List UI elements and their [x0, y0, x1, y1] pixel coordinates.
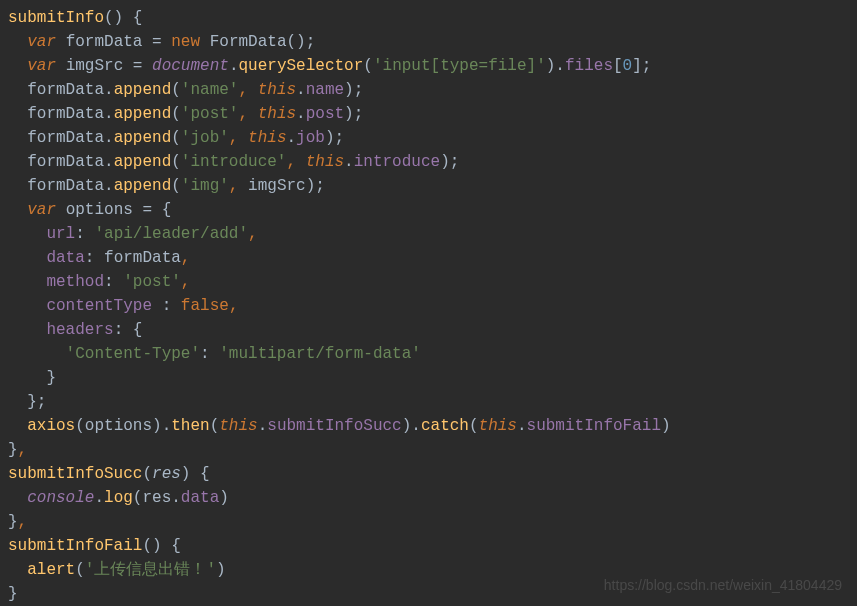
- prop: data: [181, 489, 219, 507]
- prop-key: method: [46, 273, 104, 291]
- prop: submitInfoSucc: [267, 417, 401, 435]
- keyword-var: var: [27, 201, 56, 219]
- function-name: submitInfo: [8, 9, 104, 27]
- string: 'img': [181, 177, 229, 195]
- var: formData: [104, 249, 181, 267]
- code-line: formData.append('img', imgSrc);: [8, 174, 849, 198]
- code-line: var formData = new FormData();: [8, 30, 849, 54]
- var: formData: [66, 33, 143, 51]
- this: this: [258, 105, 296, 123]
- string: 'api/leader/add': [94, 225, 248, 243]
- string: 'name': [181, 81, 239, 99]
- code-line: formData.append('post', this.post);: [8, 102, 849, 126]
- code-line: },: [8, 438, 849, 462]
- code-line: };: [8, 390, 849, 414]
- prop: post: [306, 105, 344, 123]
- this: this: [306, 153, 344, 171]
- prop: job: [296, 129, 325, 147]
- keyword-var: var: [27, 33, 56, 51]
- prop: submitInfoFail: [527, 417, 661, 435]
- string: 'post': [123, 273, 181, 291]
- code-line: submitInfoFail() {: [8, 534, 849, 558]
- code-line: 'Content-Type': 'multipart/form-data': [8, 342, 849, 366]
- code-line: submitInfo() {: [8, 6, 849, 30]
- method: append: [114, 81, 172, 99]
- var: options: [66, 201, 133, 219]
- method: then: [171, 417, 209, 435]
- keyword-new: new: [171, 33, 200, 51]
- string: 'input[type=file]': [373, 57, 546, 75]
- method: append: [114, 177, 172, 195]
- this: this: [258, 81, 296, 99]
- method: append: [114, 153, 172, 171]
- method: append: [114, 129, 172, 147]
- code-line: data: formData,: [8, 246, 849, 270]
- string: 'multipart/form-data': [219, 345, 421, 363]
- code-line: formData.append('introduce', this.introd…: [8, 150, 849, 174]
- string: 'Content-Type': [66, 345, 200, 363]
- code-line: formData.append('job', this.job);: [8, 126, 849, 150]
- param: res: [152, 465, 181, 483]
- watermark: https://blog.csdn.net/weixin_41804429: [604, 575, 842, 596]
- prop-key: headers: [46, 321, 113, 339]
- prop: name: [306, 81, 344, 99]
- code-line: console.log(res.data): [8, 486, 849, 510]
- code-line: url: 'api/leader/add',: [8, 222, 849, 246]
- function-name: submitInfoSucc: [8, 465, 142, 483]
- code-line: formData.append('name', this.name);: [8, 78, 849, 102]
- var: imgSrc: [248, 177, 306, 195]
- code-line: },: [8, 510, 849, 534]
- method: log: [104, 489, 133, 507]
- method: catch: [421, 417, 469, 435]
- code-line: axios(options).then(this.submitInfoSucc)…: [8, 414, 849, 438]
- this: this: [248, 129, 286, 147]
- bool: false: [181, 297, 229, 315]
- code-line: method: 'post',: [8, 270, 849, 294]
- method: querySelector: [238, 57, 363, 75]
- number: 0: [623, 57, 633, 75]
- string: 'post': [181, 105, 239, 123]
- code-line: }: [8, 366, 849, 390]
- this: this: [479, 417, 517, 435]
- fn-call: axios: [27, 417, 75, 435]
- keyword-var: var: [27, 57, 56, 75]
- string: 'introduce': [181, 153, 287, 171]
- this: this: [219, 417, 257, 435]
- prop-key: data: [46, 249, 84, 267]
- code-line: headers: {: [8, 318, 849, 342]
- fn-call: alert: [27, 561, 75, 579]
- var: imgSrc: [66, 57, 124, 75]
- type: FormData: [210, 33, 287, 51]
- code-line: submitInfoSucc(res) {: [8, 462, 849, 486]
- method: append: [114, 105, 172, 123]
- prop-key: url: [46, 225, 75, 243]
- prop: introduce: [354, 153, 440, 171]
- code-line: contentType : false,: [8, 294, 849, 318]
- string: 'job': [181, 129, 229, 147]
- document-ref: document: [152, 57, 229, 75]
- prop-key: contentType: [46, 297, 152, 315]
- prop: files: [565, 57, 613, 75]
- code-line: var options = {: [8, 198, 849, 222]
- code-line: var imgSrc = document.querySelector('inp…: [8, 54, 849, 78]
- console-ref: console: [27, 489, 94, 507]
- function-name: submitInfoFail: [8, 537, 142, 555]
- string: '上传信息出错！': [85, 561, 216, 579]
- code-block: submitInfo() { var formData = new FormDa…: [8, 6, 849, 606]
